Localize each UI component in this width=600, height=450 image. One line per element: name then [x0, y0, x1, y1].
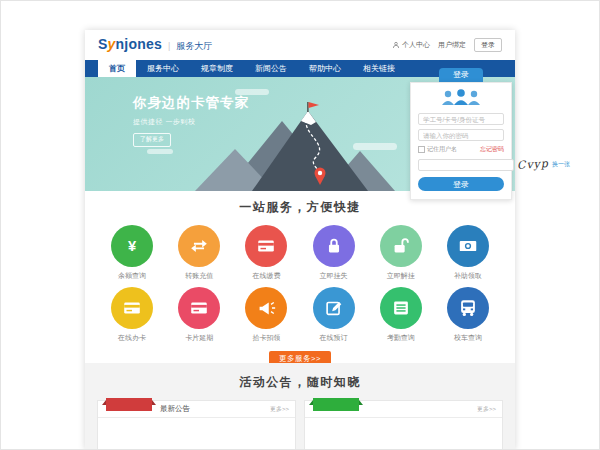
- left-panel-ribbon-tab[interactable]: 使用指南: [106, 398, 152, 411]
- service-label: 在线办卡: [118, 333, 146, 343]
- lock-icon: [323, 235, 345, 257]
- login-options-row: 记住用户名 忘记密码: [418, 145, 504, 154]
- services-title: 一站服务，方便快捷: [85, 199, 515, 216]
- service-circle: [178, 225, 220, 267]
- cloud-shape: [147, 149, 173, 154]
- top-header: Synjones | 服务大厅 个人中心 用户绑定 登录: [85, 30, 515, 60]
- service-circle: [447, 225, 489, 267]
- right-panel-ribbon-tab[interactable]: 使用指南: [313, 398, 359, 411]
- service-item-school-bus[interactable]: 校车查询: [439, 287, 497, 343]
- right-panel-header: 使用指南 更多>>: [305, 401, 502, 418]
- service-item-online-payment[interactable]: 在线缴费: [237, 225, 295, 281]
- service-circle: [447, 287, 489, 329]
- megaphone-icon: [255, 297, 277, 319]
- latest-announcements-tab[interactable]: 最新公告: [160, 404, 190, 414]
- service-item-attendance-query[interactable]: 考勤查询: [372, 287, 430, 343]
- captcha-refresh-link[interactable]: 换一张: [552, 160, 570, 169]
- service-label: 卡片延期: [185, 333, 213, 343]
- announcements-left-panel: 使用指南 最新公告 更多>>: [97, 400, 296, 450]
- left-panel-more-link[interactable]: 更多>>: [270, 405, 289, 414]
- left-panel-header: 使用指南 最新公告 更多>>: [98, 401, 295, 418]
- bank-card-icon: [121, 297, 143, 319]
- service-item-balance-inquiry[interactable]: ¥ 余额查询: [103, 225, 161, 281]
- remember-checkbox[interactable]: 记住用户名: [418, 145, 457, 154]
- nav-item-service-center[interactable]: 服务中心: [136, 60, 190, 77]
- banner-cta-button[interactable]: 了解更多: [133, 133, 171, 147]
- nav-item-rules[interactable]: 规章制度: [190, 60, 244, 77]
- nav-item-help-center[interactable]: 帮助中心: [298, 60, 352, 77]
- service-label: 拾卡招领: [252, 333, 280, 343]
- service-circle: [380, 287, 422, 329]
- yen-icon: ¥: [121, 235, 143, 257]
- synjones-logo[interactable]: Synjones | 服务大厅: [98, 36, 212, 53]
- login-form: 记住用户名 忘记密码 Cvyp 换一张 登录: [410, 82, 512, 200]
- header-utility-links: 个人中心 用户绑定 登录: [392, 38, 502, 52]
- transfer-arrows-icon: [188, 235, 210, 257]
- logo-wordmark: Synjones: [98, 36, 162, 52]
- service-label: 转账充值: [185, 271, 213, 281]
- service-label: 立即解挂: [387, 271, 415, 281]
- nav-item-home[interactable]: 首页: [98, 60, 136, 77]
- service-circle: ¥: [111, 225, 153, 267]
- announcements-section: 活动公告，随时知晓 使用指南 最新公告 更多>> 使用指南 更多>>: [85, 363, 515, 450]
- service-item-transfer-recharge[interactable]: 转账充值: [170, 225, 228, 281]
- service-item-online-booking[interactable]: 在线预订: [305, 287, 363, 343]
- site-name: 服务大厅: [176, 40, 212, 53]
- nav-item-news[interactable]: 新闻公告: [244, 60, 298, 77]
- edit-icon: [323, 297, 345, 319]
- services-section: 一站服务，方便快捷 ¥ 余额查询 转账充值 在线缴费: [85, 191, 515, 363]
- service-hall-page: Synjones | 服务大厅 个人中心 用户绑定 登录 首页 服务中心 规章制…: [85, 30, 515, 450]
- service-item-unfreeze-card[interactable]: 立即解挂: [372, 225, 430, 281]
- service-label: 考勤查询: [387, 333, 415, 343]
- service-circle: [313, 287, 355, 329]
- service-label: 余额查询: [118, 271, 146, 281]
- users-icon: [439, 89, 483, 105]
- bus-icon: [457, 297, 479, 319]
- bank-card-icon: [188, 297, 210, 319]
- user-icon: [392, 41, 400, 49]
- checkbox-icon: [418, 146, 425, 153]
- service-item-lost-found[interactable]: 拾卡招领: [237, 287, 295, 343]
- service-circle: [245, 287, 287, 329]
- right-panel-more-link[interactable]: 更多>>: [477, 405, 496, 414]
- svg-text:¥: ¥: [128, 238, 137, 254]
- service-circle: [111, 287, 153, 329]
- captcha-row: Cvyp 换一张: [418, 158, 504, 171]
- list-icon: [390, 297, 412, 319]
- service-label: 补助领取: [454, 271, 482, 281]
- service-label: 立即挂失: [320, 271, 348, 281]
- logo-accent-letter: y: [108, 36, 116, 52]
- announcements-right-panel: 使用指南 更多>>: [304, 400, 503, 450]
- service-label: 在线预订: [320, 333, 348, 343]
- login-tab[interactable]: 登录: [439, 68, 483, 82]
- personal-center-link[interactable]: 个人中心: [392, 40, 430, 50]
- login-panel: 登录 记住用户名 忘记密码 Cvyp 换一张 登录: [410, 68, 512, 200]
- login-submit-button[interactable]: 登录: [418, 177, 504, 191]
- announcement-panels: 使用指南 最新公告 更多>> 使用指南 更多>>: [85, 400, 515, 450]
- captcha-input[interactable]: [418, 159, 514, 171]
- password-input[interactable]: [418, 129, 504, 141]
- logo-divider: |: [168, 41, 170, 51]
- service-circle: [178, 287, 220, 329]
- banner-headline: 你身边的卡管专家: [133, 94, 249, 112]
- captcha-image[interactable]: Cvyp: [517, 157, 550, 172]
- service-item-report-loss[interactable]: 立即挂失: [305, 225, 363, 281]
- banknote-icon: [457, 235, 479, 257]
- forgot-password-link[interactable]: 忘记密码: [480, 145, 504, 154]
- nav-item-links[interactable]: 相关链接: [352, 60, 406, 77]
- service-circle: [313, 225, 355, 267]
- service-item-card-renewal[interactable]: 卡片延期: [170, 287, 228, 343]
- service-item-apply-card[interactable]: 在线办卡: [103, 287, 161, 343]
- bank-card-icon: [255, 235, 277, 257]
- service-circle: [245, 225, 287, 267]
- service-circle: [380, 225, 422, 267]
- service-label: 校车查询: [454, 333, 482, 343]
- account-input[interactable]: [418, 113, 504, 125]
- announcements-title: 活动公告，随时知晓: [85, 374, 515, 391]
- banner-subtitle: 提供捷径 一步到校: [133, 117, 249, 127]
- service-label: 在线缴费: [252, 271, 280, 281]
- header-login-button[interactable]: 登录: [474, 38, 502, 52]
- service-item-subsidy-collect[interactable]: 补助领取: [439, 225, 497, 281]
- banner-copy: 你身边的卡管专家 提供捷径 一步到校 了解更多: [133, 94, 249, 147]
- user-binding-link[interactable]: 用户绑定: [438, 40, 466, 50]
